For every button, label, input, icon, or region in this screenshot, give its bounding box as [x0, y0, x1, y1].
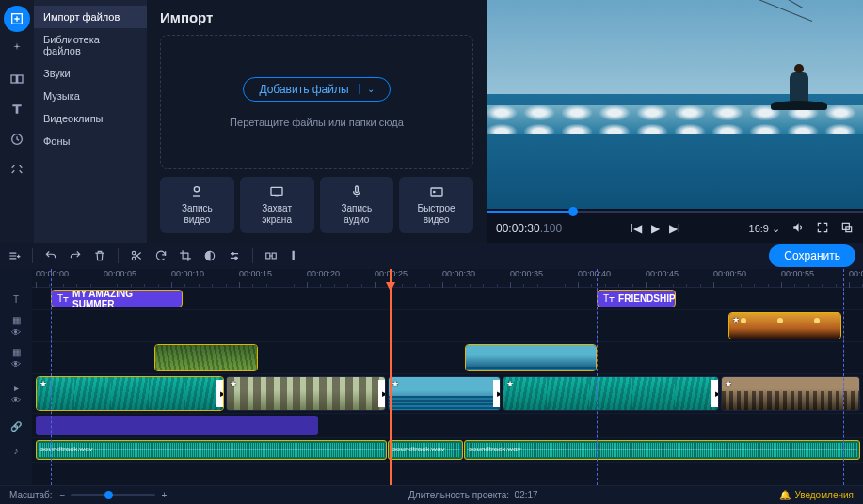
- main-clip-5[interactable]: ★: [721, 376, 860, 411]
- popout-icon[interactable]: [840, 221, 854, 237]
- overlay2-track-icon[interactable]: ▦: [12, 347, 21, 357]
- zoom-slider[interactable]: [71, 494, 155, 496]
- zoom-in-icon[interactable]: +: [161, 490, 167, 500]
- svg-point-14: [232, 253, 233, 255]
- next-frame-icon[interactable]: ▶I: [669, 222, 680, 235]
- title-clip-summer[interactable]: TᴛMY AMAZING SUMMER: [51, 290, 183, 307]
- overlay-track-icon[interactable]: ▦: [12, 315, 21, 325]
- drop-zone[interactable]: Добавить файлы ⌄ Перетащите файлы или па…: [160, 35, 473, 169]
- menu-music[interactable]: Музыка: [34, 85, 147, 107]
- svg-rect-7: [431, 188, 442, 196]
- tool-strip: [0, 0, 34, 243]
- menu-sounds[interactable]: Звуки: [34, 62, 147, 85]
- audio-label: soundtrack.wav: [40, 445, 93, 453]
- ruler-tick: 00:00:00: [36, 269, 69, 278]
- linked-audio-track[interactable]: [32, 414, 863, 438]
- star-icon: ★: [506, 379, 514, 388]
- zoom-out-icon[interactable]: −: [60, 490, 66, 500]
- add-track-icon[interactable]: [8, 249, 21, 262]
- preview-scrubber[interactable]: [487, 209, 863, 214]
- title-track-icon[interactable]: T: [13, 294, 19, 305]
- ruler-tick: 00:00:55: [781, 269, 814, 278]
- transitions-tool-icon[interactable]: [4, 66, 30, 92]
- audio-clip-2[interactable]: soundtrack.wav: [388, 440, 463, 460]
- color-adjust-icon[interactable]: [203, 249, 216, 262]
- effects-tool-icon[interactable]: [4, 36, 30, 62]
- screen-capture-button[interactable]: Захватэкрана: [240, 177, 314, 233]
- adjustments-icon[interactable]: [228, 249, 241, 262]
- ruler[interactable]: 00:00:0000:00:0500:00:1000:00:1500:00:20…: [32, 269, 863, 288]
- import-tool-icon[interactable]: [4, 6, 30, 32]
- aspect-ratio-selector[interactable]: 16:9 ⌄: [749, 223, 780, 235]
- audio-clip-3[interactable]: soundtrack.wav: [464, 440, 860, 460]
- marker-icon[interactable]: [289, 249, 302, 262]
- add-files-label: Добавить файлы: [259, 83, 348, 96]
- titles-tool-icon[interactable]: [4, 96, 30, 122]
- svg-point-4: [195, 187, 200, 192]
- timeline[interactable]: 00:00:0000:00:0500:00:1000:00:1500:00:20…: [32, 269, 863, 485]
- zoom-label: Масштаб:: [9, 490, 53, 500]
- menu-library[interactable]: Библиотека файлов: [34, 28, 147, 62]
- transition-icon[interactable]: ▸: [378, 380, 386, 407]
- transition-icon[interactable]: [264, 249, 278, 262]
- record-audio-button[interactable]: Записьаудио: [320, 177, 394, 233]
- title-track[interactable]: TᴛMY AMAZING SUMMER TᴛFRIENDSHIP: [32, 288, 863, 310]
- cut-icon[interactable]: [130, 249, 143, 262]
- fullscreen-icon[interactable]: [816, 221, 829, 237]
- save-button[interactable]: Сохранить: [769, 244, 855, 267]
- ruler-tick: 00:00:05: [104, 269, 136, 278]
- transition-icon[interactable]: ▸: [493, 380, 501, 407]
- quick-video-button[interactable]: Быстроевидео: [399, 177, 473, 233]
- title-clip-friendship[interactable]: TᴛFRIENDSHIP: [597, 290, 676, 307]
- overlay-track-2[interactable]: [32, 342, 863, 374]
- add-files-button[interactable]: Добавить файлы ⌄: [243, 77, 390, 102]
- ruler-tick: 00:00:20: [307, 269, 340, 278]
- track-headers: T ▦👁 ▦👁 ▸👁 🔗 ♪: [0, 269, 32, 485]
- menu-backgrounds[interactable]: Фоны: [34, 130, 147, 152]
- menu-videoclips[interactable]: Видеоклипы: [34, 107, 147, 130]
- undo-icon[interactable]: [44, 249, 57, 262]
- transition-icon[interactable]: ▸: [216, 380, 224, 407]
- ruler-tick: 00:00:45: [646, 269, 679, 278]
- main-clip-4[interactable]: ★ ▸: [503, 376, 719, 411]
- statusbar: Масштаб: − + Длительность проекта: 02:17…: [0, 485, 863, 504]
- preview-viewport[interactable]: [487, 0, 863, 209]
- svg-rect-1: [11, 75, 16, 83]
- overlay-clip-palm[interactable]: [154, 344, 258, 371]
- main-clip-1[interactable]: ★ ▸: [36, 376, 224, 411]
- audio-label: soundtrack.wav: [469, 445, 521, 453]
- main-clip-2[interactable]: ★ ▸: [226, 376, 386, 411]
- star-icon: ★: [40, 379, 47, 388]
- transition-icon[interactable]: ▸: [711, 380, 719, 407]
- ruler-tick: 00:00:10: [171, 269, 204, 278]
- stickers-tool-icon[interactable]: [4, 126, 30, 152]
- svg-rect-17: [272, 253, 276, 259]
- crop-icon[interactable]: [179, 249, 192, 262]
- record-video-button[interactable]: Записьвидео: [160, 177, 234, 233]
- prev-frame-icon[interactable]: I◀: [630, 222, 641, 235]
- notifications-button[interactable]: 🔔 Уведомления: [779, 490, 854, 500]
- redo-icon[interactable]: [69, 249, 82, 262]
- video-track-icon[interactable]: ▸: [14, 383, 19, 393]
- overlay-clip-ocean[interactable]: [465, 344, 597, 371]
- overlay-clip-sunset[interactable]: ★: [728, 312, 841, 339]
- chevron-down-icon[interactable]: ⌄: [359, 84, 375, 94]
- rotate-icon[interactable]: [154, 249, 168, 262]
- delete-icon[interactable]: [93, 249, 106, 262]
- overlay-track-1[interactable]: ★: [32, 310, 863, 342]
- linked-audio-icon[interactable]: 🔗: [10, 421, 22, 432]
- main-video-track[interactable]: ★ ▸ ★ ▸ ★ ▸ ★ ▸: [32, 374, 863, 414]
- menu-import-files[interactable]: Импорт файлов: [34, 6, 147, 28]
- ruler-tick: 00:00:15: [239, 269, 272, 278]
- ruler-tick: 00:00:30: [442, 269, 475, 278]
- more-tool-icon[interactable]: [4, 156, 30, 182]
- main-clip-3[interactable]: ★ ▸: [388, 376, 501, 411]
- playhead[interactable]: [390, 269, 392, 485]
- audio-track[interactable]: soundtrack.wav soundtrack.wav soundtrack…: [32, 438, 863, 463]
- linked-audio-clip[interactable]: [36, 416, 318, 435]
- audio-track-icon[interactable]: ♪: [14, 446, 19, 456]
- play-icon[interactable]: ▶: [651, 222, 660, 235]
- volume-icon[interactable]: [791, 221, 805, 237]
- audio-clip-1[interactable]: soundtrack.wav: [36, 440, 387, 460]
- ruler-tick: 00:01:00: [849, 269, 863, 278]
